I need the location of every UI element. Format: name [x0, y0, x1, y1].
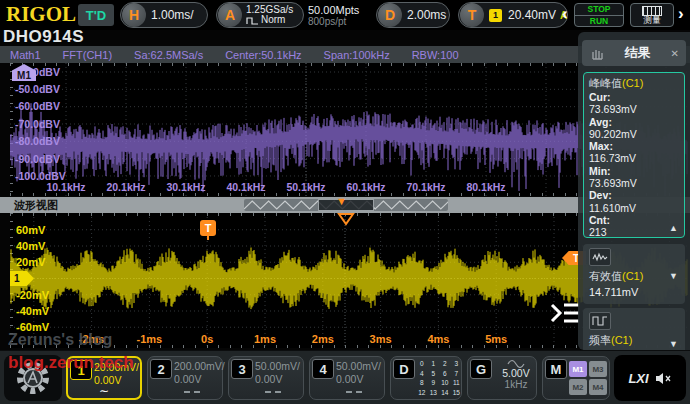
fft-x-label: 20.1kHz	[106, 181, 145, 193]
fft-center-freq: Center:50.1kHz	[225, 49, 301, 61]
wave-x-label: 4ms	[427, 333, 449, 345]
watermark-text: Zeruns's blog	[8, 331, 112, 349]
wave-menu-icon[interactable]	[548, 299, 582, 327]
d-knob-icon: D	[378, 3, 402, 27]
generator-frequency: 1kHz	[496, 379, 536, 390]
fft-y-label: -80.0dBV	[15, 135, 60, 147]
channel2-offset: 0.00V	[174, 373, 201, 385]
run-label: RUN	[575, 16, 623, 26]
results-panel: 结果 ✕ 峰峰值(C1) Cur: 73.693mV Avg: 90.202mV…	[578, 32, 690, 350]
measure-name: 频率	[589, 334, 611, 346]
navigator-position-marker[interactable]: ▼	[336, 195, 347, 207]
wave-x-label: 2ms	[312, 333, 334, 345]
fft-x-label: 80.1kHz	[466, 181, 505, 193]
measurement-item-frequency[interactable]: 频率(C1) 1.4279kHz ▼	[583, 308, 685, 350]
measure-value: 14.711mV	[589, 286, 679, 298]
expand-down-icon[interactable]: ▼	[669, 271, 678, 281]
math-slot-m3[interactable]: M3	[589, 361, 607, 377]
fft-x-label: 30.1kHz	[166, 181, 205, 193]
digital-channels-box[interactable]: D 0123 4567 891011 12131415	[390, 356, 462, 400]
wave-x-label: 3ms	[370, 333, 392, 345]
channel2-box[interactable]: 2 200.00mV/ 0.00V	[147, 356, 223, 400]
fft-x-label: 60.1kHz	[346, 181, 385, 193]
math-slot-m1[interactable]: M1	[569, 361, 587, 377]
digital-bit-grid: 0123 4567 891011 12131415	[416, 360, 462, 397]
channel4-box[interactable]: 4 50.00mV/ 0.00V	[309, 356, 385, 400]
stat-label: Cur:	[589, 91, 611, 103]
stat-label: Dev:	[589, 189, 612, 201]
ruler-icon	[642, 6, 662, 16]
stat-label: Avg:	[589, 116, 612, 128]
acquire-pulse-icon	[246, 16, 259, 25]
trigger-button[interactable]: T 1 20.40mV A	[458, 2, 568, 28]
drag-hand-icon[interactable]	[589, 46, 605, 60]
fft-sample-rate: Sa:62.5MSa/s	[134, 49, 203, 61]
wave-x-label: 5ms	[485, 333, 507, 345]
fft-y-label: -90.0dBV	[15, 153, 60, 165]
delay-button[interactable]: D 2.00ms	[376, 2, 450, 28]
close-icon[interactable]: ✕	[671, 48, 679, 59]
generator-badge: G	[470, 359, 492, 379]
horizontal-button[interactable]: H 1.00ms/	[120, 2, 208, 28]
stat-label: Min:	[589, 165, 611, 177]
toolbar-prev-chevron[interactable]: ‹	[562, 4, 568, 24]
toolbar-next-chevron[interactable]: ›	[678, 4, 684, 24]
channel2-scale: 200.00mV/	[174, 360, 225, 372]
wave-x-label: -1ms	[137, 333, 163, 345]
model-name: DHO914S	[3, 27, 84, 47]
fft-y-label: -50.0dBV	[15, 83, 60, 95]
math-slot-m2[interactable]: M2	[569, 379, 587, 395]
stat-value: 213	[589, 226, 607, 238]
rms-waveform-icon	[589, 248, 611, 266]
lxi-status-box[interactable]: LXI	[614, 355, 686, 401]
fft-span: Span:100kHz	[324, 49, 390, 61]
stat-value: 90.202mV	[589, 128, 637, 140]
channel3-offset: 0.00V	[255, 373, 282, 385]
trigger-status-badge[interactable]: T'D	[78, 4, 114, 26]
fft-x-label: 50.1kHz	[286, 181, 325, 193]
expand-down-icon[interactable]: ▼	[669, 339, 678, 349]
channel3-badge: 3	[231, 359, 253, 379]
measurement-item-rms[interactable]: 有效值(C1) 14.711mV ▼	[583, 244, 685, 304]
measure-button[interactable]: 测量	[630, 3, 674, 27]
fft-rbw: RBW:100	[412, 49, 459, 61]
stat-label: Cnt:	[589, 214, 610, 226]
acquisition-button[interactable]: A 1.25GSa/s Norm	[216, 2, 304, 28]
math-slot-m4[interactable]: M4	[589, 379, 607, 395]
measure-source: (C1)	[622, 270, 643, 282]
stop-run-button[interactable]: STOP RUN	[574, 3, 624, 27]
collapse-up-icon[interactable]: ▲	[669, 223, 678, 233]
acq-mode: Norm	[261, 15, 285, 25]
channel3-scale: 50.00mV/	[255, 360, 300, 372]
channel4-scale: 50.00mV/	[336, 360, 381, 372]
generator-box[interactable]: G 5.00V 1kHz	[467, 356, 537, 400]
channel4-badge: 4	[312, 359, 334, 379]
wave-x-label: 1ms	[254, 333, 276, 345]
memory-depth-block: 50.00Mpts 800ps/pt	[308, 4, 359, 28]
top-bar: RIGOL T'D H 1.00ms/ A 1.25GSa/s Norm 50.…	[0, 0, 690, 30]
ac-coupling-icon: ∼	[68, 386, 140, 397]
results-header[interactable]: 结果 ✕	[582, 40, 686, 66]
measurement-item-vpp[interactable]: 峰峰值(C1) Cur: 73.693mV Avg: 90.202mV Max:…	[583, 72, 685, 238]
stat-label: Max:	[589, 140, 613, 152]
h-knob-icon: H	[122, 3, 146, 27]
math-box[interactable]: M M1 M3 M2 M4	[542, 356, 610, 400]
delay-value: 2.00ms	[407, 8, 446, 22]
trigger-source-badge: 1	[489, 9, 502, 22]
measure-label: 测量	[644, 16, 661, 25]
delay-position-marker[interactable]	[337, 213, 355, 226]
channel3-box[interactable]: 3 50.00mV/ 0.00V	[228, 356, 304, 400]
channel2-badge: 2	[150, 359, 172, 379]
trigger-level-value: 20.40mV	[508, 8, 556, 22]
dc-coupling-icon	[184, 391, 200, 393]
measure-name: 有效值	[589, 270, 622, 282]
lxi-label: LXI	[628, 371, 648, 386]
oscilloscope-screen: RIGOL T'D H 1.00ms/ A 1.25GSa/s Norm 50.…	[0, 0, 690, 404]
stat-value: 73.693mV	[589, 103, 637, 115]
stat-value: 11.610mV	[589, 202, 636, 214]
digital-badge: D	[393, 359, 415, 379]
trigger-time-marker[interactable]: T	[200, 220, 216, 236]
fft-y-label: -60.0dBV	[15, 100, 60, 112]
results-title: 结果	[605, 44, 671, 62]
fft-x-label: 70.1kHz	[406, 181, 445, 193]
